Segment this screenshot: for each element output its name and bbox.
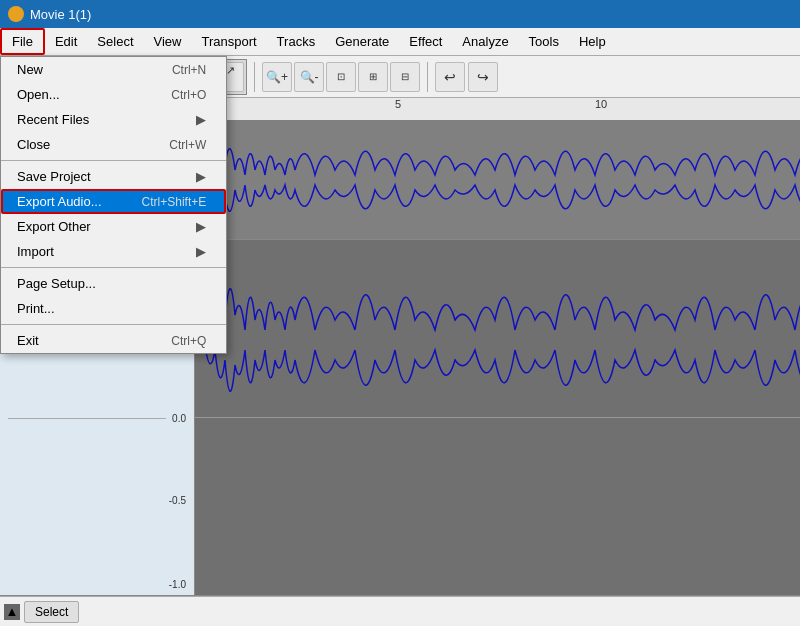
track-content-2[interactable] [195,240,800,595]
window-title: Movie 1(1) [30,7,91,22]
menu-view[interactable]: View [144,28,192,55]
menu-tracks[interactable]: Tracks [267,28,326,55]
svg-rect-0 [195,120,800,239]
timeline-bar: 5 10 [195,98,800,120]
menu-print[interactable]: Print... [1,296,226,321]
zoom-sel-button[interactable]: ⊞ [358,62,388,92]
menu-analyze[interactable]: Analyze [452,28,518,55]
select-button[interactable]: Select [24,601,79,623]
separator-3 [1,324,226,325]
center-line [8,418,166,419]
zoom-toggle-button[interactable]: ⊟ [390,62,420,92]
waveform-svg-2 [195,240,800,595]
menu-save-project[interactable]: Save Project▶ [1,164,226,189]
zoom-group: 🔍+ 🔍- ⊡ ⊞ ⊟ [262,62,420,92]
scale-bottom: -1.0 [169,579,186,590]
menu-bar: File Edit Select View Transport Tracks G… [0,28,800,56]
menu-generate[interactable]: Generate [325,28,399,55]
menu-tools[interactable]: Tools [519,28,569,55]
zoom-in-button[interactable]: 🔍+ [262,62,292,92]
separator-tools [254,62,255,92]
zoom-out-button[interactable]: 🔍- [294,62,324,92]
menu-close[interactable]: CloseCtrl+W [1,132,226,157]
menu-export-other[interactable]: Export Other▶ [1,214,226,239]
menu-open[interactable]: Open...Ctrl+O [1,82,226,107]
timeline-marker-5: 5 [395,98,401,110]
menu-file[interactable]: File [0,28,45,55]
waveform-svg-1: // Can't run JS in SVG here directly, so… [195,120,800,239]
menu-page-setup[interactable]: Page Setup... [1,271,226,296]
menu-help[interactable]: Help [569,28,616,55]
file-dropdown: NewCtrl+N Open...Ctrl+O Recent Files▶ Cl… [0,56,227,354]
scroll-left-button[interactable]: ▲ [4,604,20,620]
redo-button[interactable]: ↪ [468,62,498,92]
bottom-bar: ▲ Select [0,596,800,626]
separator-zoom [427,62,428,92]
separator-1 [1,160,226,161]
menu-import[interactable]: Import▶ [1,239,226,264]
menu-select[interactable]: Select [87,28,143,55]
menu-edit[interactable]: Edit [45,28,87,55]
track-content-1[interactable]: // Can't run JS in SVG here directly, so… [195,120,800,239]
menu-transport[interactable]: Transport [191,28,266,55]
undo-button[interactable]: ↩ [435,62,465,92]
menu-exit[interactable]: ExitCtrl+Q [1,328,226,353]
scale-mid: 0.0 [172,412,186,423]
menu-effect[interactable]: Effect [399,28,452,55]
scale-lower-mid: -0.5 [169,495,186,506]
menu-export-audio[interactable]: Export Audio...Ctrl+Shift+E [1,189,226,214]
timeline-marker-10: 10 [595,98,607,110]
menu-new[interactable]: NewCtrl+N [1,57,226,82]
title-bar: Movie 1(1) [0,0,800,28]
app-icon [8,6,24,22]
separator-2 [1,267,226,268]
menu-recent-files[interactable]: Recent Files▶ [1,107,226,132]
zoom-fit-button[interactable]: ⊡ [326,62,356,92]
